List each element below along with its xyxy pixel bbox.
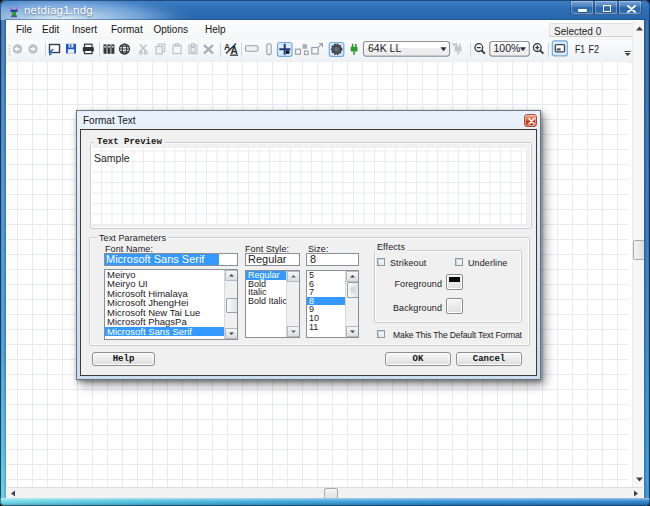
- svg-text:100%: 100%: [494, 42, 521, 54]
- svg-text:64K LL: 64K LL: [368, 42, 401, 54]
- svg-text:F2: F2: [589, 43, 600, 55]
- svg-text:F1: F1: [575, 43, 585, 55]
- svg-text:A: A: [231, 45, 238, 56]
